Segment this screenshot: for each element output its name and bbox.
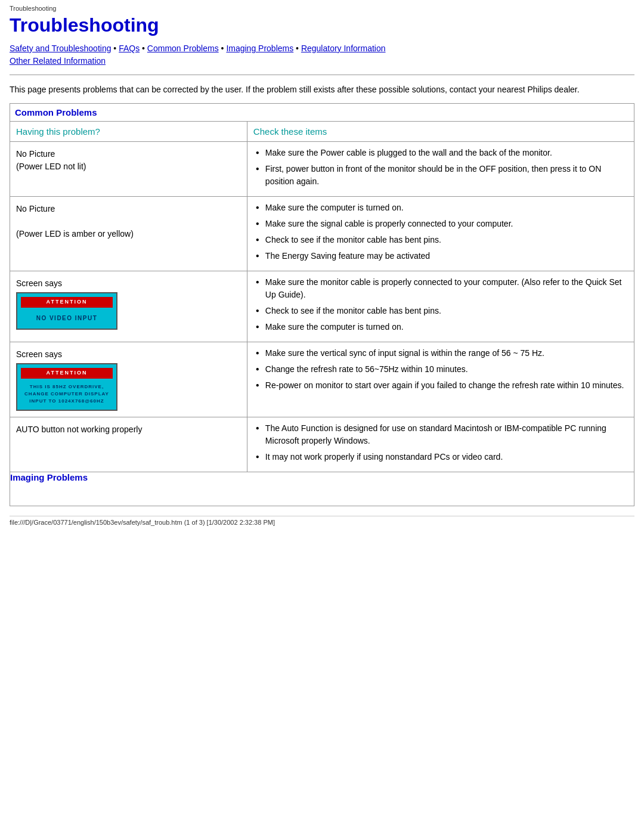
status-bar: file:///D|/Grace/03771/english/150b3ev/s… bbox=[10, 516, 634, 526]
page-title: Troubleshooting bbox=[10, 14, 634, 36]
list-item: Re-power on monitor to start over again … bbox=[256, 379, 626, 392]
common-problems-title: Common Problems bbox=[10, 104, 634, 122]
screen-mock-overdrive: ATTENTION THIS IS 85HZ OVERDRIVE, CHANGE… bbox=[16, 363, 117, 411]
breadcrumb-common[interactable]: Common Problems bbox=[147, 44, 219, 53]
breadcrumb-faqs[interactable]: FAQs bbox=[119, 44, 140, 53]
attention-bar: ATTENTION bbox=[21, 297, 113, 308]
list-item: Change the refresh rate to 56~75Hz withi… bbox=[256, 363, 626, 376]
breadcrumb-safety[interactable]: Safety and Troubleshooting bbox=[10, 44, 111, 53]
problems-table: Common Problems Having this problem? Che… bbox=[10, 103, 634, 506]
list-item: Check to see if the monitor cable has be… bbox=[256, 234, 626, 246]
table-row: No Picture(Power LED is amber or yellow)… bbox=[10, 197, 634, 271]
list-item: Make sure the computer is turned on. bbox=[256, 321, 626, 333]
table-row: Screen says ATTENTION THIS IS 85HZ OVERD… bbox=[10, 342, 634, 417]
problem-no-picture-amber: No Picture(Power LED is amber or yellow) bbox=[10, 197, 247, 271]
breadcrumb-imaging[interactable]: Imaging Problems bbox=[226, 44, 293, 53]
browser-tab: Troubleshooting bbox=[10, 5, 634, 12]
col-header-check: Check these items bbox=[247, 122, 634, 142]
breadcrumb-regulatory[interactable]: Regulatory Information bbox=[301, 44, 386, 53]
list-item: Make sure the monitor cable is properly … bbox=[256, 276, 626, 301]
breadcrumb-other[interactable]: Other Related Information bbox=[10, 56, 106, 66]
solution-no-picture-amber: Make sure the computer is turned on. Mak… bbox=[247, 197, 634, 271]
list-item: Check to see if the monitor cable has be… bbox=[256, 305, 626, 317]
problem-auto-button: AUTO button not working properly bbox=[10, 417, 247, 472]
list-item: It may not work properly if using nonsta… bbox=[256, 451, 626, 463]
problem-no-picture-led: No Picture(Power LED not lit) bbox=[10, 142, 247, 197]
list-item: Make sure the signal cable is properly c… bbox=[256, 218, 626, 230]
common-problems-header-row: Common Problems bbox=[10, 104, 634, 122]
intro-text: This page presents problems that can be … bbox=[10, 83, 634, 96]
table-row: AUTO button not working properly The Aut… bbox=[10, 417, 634, 472]
list-item: Make sure the computer is turned on. bbox=[256, 202, 626, 214]
breadcrumb: Safety and Troubleshooting • FAQs • Comm… bbox=[10, 42, 634, 67]
divider bbox=[10, 75, 634, 75]
table-row: Screen says ATTENTION NO VIDEO INPUT Mak… bbox=[10, 271, 634, 342]
imaging-problems-title: Imaging Problems bbox=[10, 472, 634, 482]
problem-screen-no-video: Screen says ATTENTION NO VIDEO INPUT bbox=[10, 271, 247, 342]
solution-no-picture-led: Make sure the Power cable is plugged to … bbox=[247, 142, 634, 197]
solution-screen-no-video: Make sure the monitor cable is properly … bbox=[247, 271, 634, 342]
solution-auto-button: The Auto Function is designed for use on… bbox=[247, 417, 634, 472]
empty-row bbox=[10, 482, 634, 506]
list-item: First, power button in front of the moni… bbox=[256, 163, 626, 188]
screen-text-overdrive: THIS IS 85HZ OVERDRIVE, CHANGE COMPUTER … bbox=[21, 382, 113, 406]
list-item: The Auto Function is designed for use on… bbox=[256, 422, 626, 447]
list-item: Make sure the vertical sync of input sig… bbox=[256, 347, 626, 360]
problem-screen-overdrive: Screen says ATTENTION THIS IS 85HZ OVERD… bbox=[10, 342, 247, 417]
solution-screen-overdrive: Make sure the vertical sync of input sig… bbox=[247, 342, 634, 417]
column-headers-row: Having this problem? Check these items bbox=[10, 122, 634, 142]
table-row: No Picture(Power LED not lit) Make sure … bbox=[10, 142, 634, 197]
screen-text-no-video: NO VIDEO INPUT bbox=[21, 311, 113, 325]
list-item: Make sure the Power cable is plugged to … bbox=[256, 147, 626, 159]
screen-mock-no-video: ATTENTION NO VIDEO INPUT bbox=[16, 292, 117, 330]
imaging-problems-header-row: Imaging Problems bbox=[10, 472, 634, 482]
col-header-problem: Having this problem? bbox=[10, 122, 247, 142]
list-item: The Energy Saving feature may be activat… bbox=[256, 250, 626, 262]
attention-bar-overdrive: ATTENTION bbox=[21, 368, 113, 379]
